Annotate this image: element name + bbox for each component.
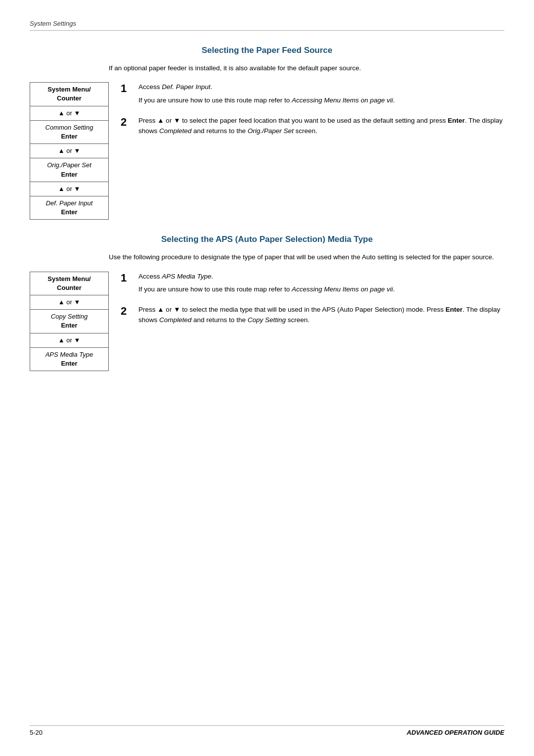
section-paper-feed: Selecting the Paper Feed Source If an op… bbox=[30, 46, 504, 220]
menu-item-system-menu-counter: System Menu/Counter bbox=[30, 83, 109, 106]
section1-step2: 2 Press ▲ or ▼ to select the paper feed … bbox=[121, 116, 504, 140]
step4-number: 2 bbox=[121, 305, 133, 329]
menu2-item-aps-media-type-enter: APS Media TypeEnter bbox=[30, 347, 109, 371]
menu2-item-copy-setting-enter: Copy SettingEnter bbox=[30, 310, 109, 333]
step2-number: 2 bbox=[121, 116, 133, 140]
step3-number: 1 bbox=[121, 272, 133, 298]
menu-item-common-setting-enter: Common SettingEnter bbox=[30, 120, 109, 143]
section2-menu-table: System Menu/Counter ▲ or ▼ Copy SettingE… bbox=[30, 272, 109, 372]
step1-content: Access Def. Paper Input. If you are unsu… bbox=[138, 82, 395, 109]
menu2-item-system-menu-counter: System Menu/Counter bbox=[30, 272, 109, 295]
footer-page-number: 5-20 bbox=[30, 729, 43, 736]
section2-step1: 1 Access APS Media Type. If you are unsu… bbox=[121, 272, 504, 298]
menu-item-arrow2: ▲ or ▼ bbox=[30, 144, 109, 158]
step2-content: Press ▲ or ▼ to select the paper feed lo… bbox=[138, 116, 504, 140]
section1-steps: 1 Access Def. Paper Input. If you are un… bbox=[121, 82, 504, 220]
step3-content: Access APS Media Type. If you are unsure… bbox=[138, 272, 395, 298]
section1-intro: If an optional paper feeder is installed… bbox=[109, 63, 504, 73]
menu2-item-arrow2: ▲ or ▼ bbox=[30, 333, 109, 347]
section2-steps: 1 Access APS Media Type. If you are unsu… bbox=[121, 272, 504, 372]
menu2-item-arrow1: ▲ or ▼ bbox=[30, 295, 109, 309]
section1-procedure: System Menu/Counter ▲ or ▼ Common Settin… bbox=[30, 82, 504, 220]
step1-number: 1 bbox=[121, 82, 133, 109]
section2-intro: Use the following procedure to designate… bbox=[109, 252, 504, 262]
section1-title: Selecting the Paper Feed Source bbox=[30, 46, 504, 55]
section2-title: Selecting the APS (Auto Paper Selection)… bbox=[30, 235, 504, 244]
section1-step1: 1 Access Def. Paper Input. If you are un… bbox=[121, 82, 504, 109]
menu-item-arrow3: ▲ or ▼ bbox=[30, 182, 109, 196]
step4-content: Press ▲ or ▼ to select the media type th… bbox=[138, 305, 504, 329]
menu-item-orig-paper-set-enter: Orig./Paper SetEnter bbox=[30, 158, 109, 182]
section-aps-media-type: Selecting the APS (Auto Paper Selection)… bbox=[30, 235, 504, 371]
page-footer: 5-20 ADVANCED OPERATION GUIDE bbox=[30, 725, 504, 736]
menu-item-def-paper-input-enter: Def. Paper InputEnter bbox=[30, 196, 109, 219]
header-title: System Settings bbox=[30, 20, 76, 27]
section2-procedure: System Menu/Counter ▲ or ▼ Copy SettingE… bbox=[30, 272, 504, 372]
page-header: System Settings bbox=[30, 20, 504, 31]
section1-menu-table: System Menu/Counter ▲ or ▼ Common Settin… bbox=[30, 82, 109, 220]
section2-step2: 2 Press ▲ or ▼ to select the media type … bbox=[121, 305, 504, 329]
footer-guide-title: ADVANCED OPERATION GUIDE bbox=[407, 729, 504, 736]
menu-item-arrow1: ▲ or ▼ bbox=[30, 106, 109, 120]
